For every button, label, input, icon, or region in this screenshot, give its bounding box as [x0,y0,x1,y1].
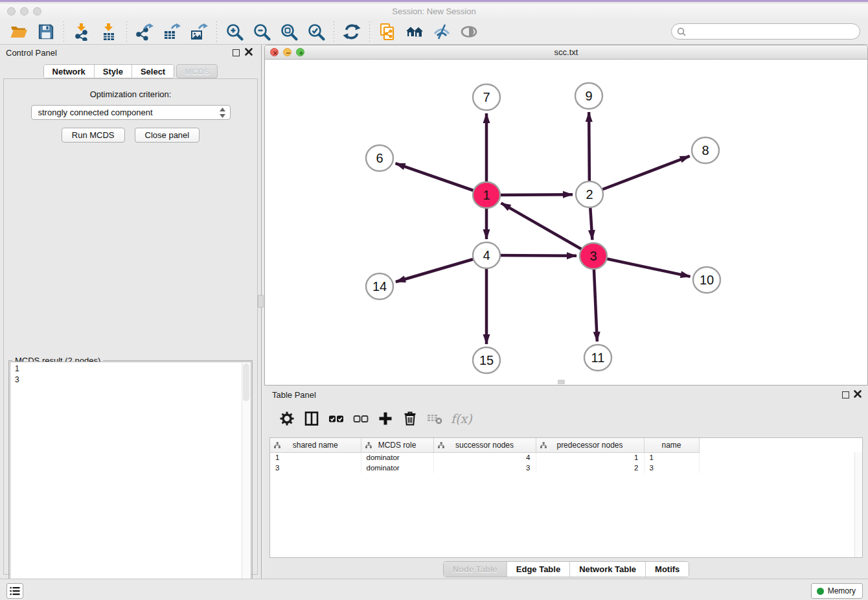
delete-table-icon[interactable] [426,410,444,428]
table-header-row: shared name MCDS role successor nodes pr… [270,438,862,452]
tab-edge-table[interactable]: Edge Table [507,562,570,577]
network-canvas[interactable]: 7968124314101511 [265,60,867,385]
show-hidden-eye-icon[interactable] [459,22,479,41]
refresh-layout-icon[interactable] [342,22,361,41]
table-cell[interactable]: 3 [433,463,536,473]
node-7[interactable]: 7 [473,84,500,110]
tab-node-table[interactable]: Node Table [444,562,507,577]
table-cell[interactable]: 2 [536,463,644,473]
node-label: 11 [591,351,605,365]
table-cell[interactable]: 1 [536,452,644,463]
table-scrollbar[interactable] [854,452,862,557]
zoom-fit-icon[interactable] [279,22,299,41]
close-panel-button[interactable]: Close panel [135,128,200,143]
delete-row-icon[interactable] [401,410,419,428]
save-icon[interactable] [36,22,56,41]
tab-select[interactable]: Select [132,65,174,78]
node-14[interactable]: 14 [366,273,393,299]
table-row[interactable]: 1dominator411 [270,452,862,463]
panel-divider-handle[interactable] [258,295,264,308]
table-cell[interactable]: 1 [644,452,699,463]
import-table-icon[interactable] [99,22,119,41]
zoom-selected-icon[interactable] [306,22,326,41]
node-9[interactable]: 9 [575,83,602,109]
node-11[interactable]: 11 [584,345,611,371]
node-2[interactable]: 2 [576,181,603,207]
run-mcds-button[interactable]: Run MCDS [62,128,125,143]
close-table-panel-icon[interactable] [853,389,862,398]
table-cell[interactable]: 3 [644,463,699,473]
close-panel-icon[interactable] [244,47,253,56]
toolbar-separator [334,21,334,42]
column-header-mcds-role[interactable]: MCDS role [361,438,433,452]
node-label: 4 [483,248,490,262]
table-row[interactable]: 3dominator323 [270,463,862,473]
first-neighbors-icon[interactable] [405,22,424,41]
task-history-button[interactable] [6,583,23,599]
table-panel: Table Panel [264,386,868,579]
node-8[interactable]: 8 [692,137,719,163]
control-panel: Control Panel Network Style Select MCDS … [0,45,261,579]
export-network-icon[interactable] [135,22,154,41]
float-panel-icon[interactable] [233,49,240,56]
node-label: 10 [700,273,714,287]
node-15[interactable]: 15 [473,347,500,373]
tab-network[interactable]: Network [44,65,95,78]
control-panel-title: Control Panel [6,48,57,58]
zoom-in-icon[interactable] [225,22,244,41]
export-image-icon[interactable] [189,22,209,41]
memory-status-dot [817,588,824,595]
edge-3-1[interactable] [501,203,593,256]
node-1[interactable]: 1 [473,182,500,208]
table-panel-title: Table Panel [272,390,316,400]
column-header-name[interactable]: name [644,438,699,452]
hide-neighbors-icon[interactable] [432,22,451,41]
criterion-select[interactable]: strongly connected component [31,105,231,120]
search-icon [677,27,686,36]
deselect-all-icon[interactable] [352,410,370,428]
select-all-icon[interactable] [327,410,345,428]
canvas-scroll-nub[interactable] [558,380,565,384]
memory-button[interactable]: Memory [811,583,863,599]
network-graph[interactable]: 7968124314101511 [265,60,867,385]
edge-1-6[interactable] [396,163,486,195]
window-titlebar: Session: New Session [0,4,868,19]
search-input[interactable] [690,27,854,36]
import-network-icon[interactable] [72,22,91,41]
tab-style[interactable]: Style [95,65,132,78]
edge-3-10[interactable] [593,256,691,277]
table-cell[interactable]: 1 [270,452,361,463]
table-cell[interactable]: 3 [270,463,361,473]
node-10[interactable]: 10 [693,267,720,293]
tab-motifs[interactable]: Motifs [646,562,689,577]
search-box[interactable] [671,23,860,40]
table-cell[interactable]: dominator [361,452,433,463]
criterion-selected-value: strongly connected component [38,108,153,117]
node-3[interactable]: 3 [580,243,607,269]
network-window-titlebar[interactable]: scc.txt [265,45,867,60]
add-row-icon[interactable] [376,410,394,428]
export-table-icon[interactable] [162,22,181,41]
tab-mcds[interactable]: MCDS [176,64,218,78]
gear-icon[interactable] [278,410,296,428]
node-6[interactable]: 6 [366,145,393,171]
clone-network-icon[interactable] [378,22,397,41]
result-scrollbar[interactable] [242,363,250,597]
open-folder-icon[interactable] [9,22,29,41]
column-header-successor-nodes[interactable]: successor nodes [433,438,536,452]
node-label: 1 [483,188,490,202]
node-label: 2 [586,187,593,202]
node-4[interactable]: 4 [473,242,500,268]
column-header-shared-name[interactable]: shared name [270,438,361,452]
split-columns-icon[interactable] [303,410,321,428]
mcds-result-area[interactable]: 1 3 [10,362,251,599]
float-table-panel-icon[interactable] [842,391,849,398]
tab-network-table[interactable]: Network Table [570,562,646,577]
table-cell[interactable]: 4 [433,452,536,463]
node-table[interactable]: shared name MCDS role successor nodes pr… [269,437,863,558]
zoom-out-icon[interactable] [252,22,271,41]
column-header-predecessor-nodes[interactable]: predecessor nodes [536,438,644,452]
table-cell-filler [699,452,862,463]
table-cell[interactable]: dominator [361,463,433,473]
edge-2-8[interactable] [589,156,690,194]
